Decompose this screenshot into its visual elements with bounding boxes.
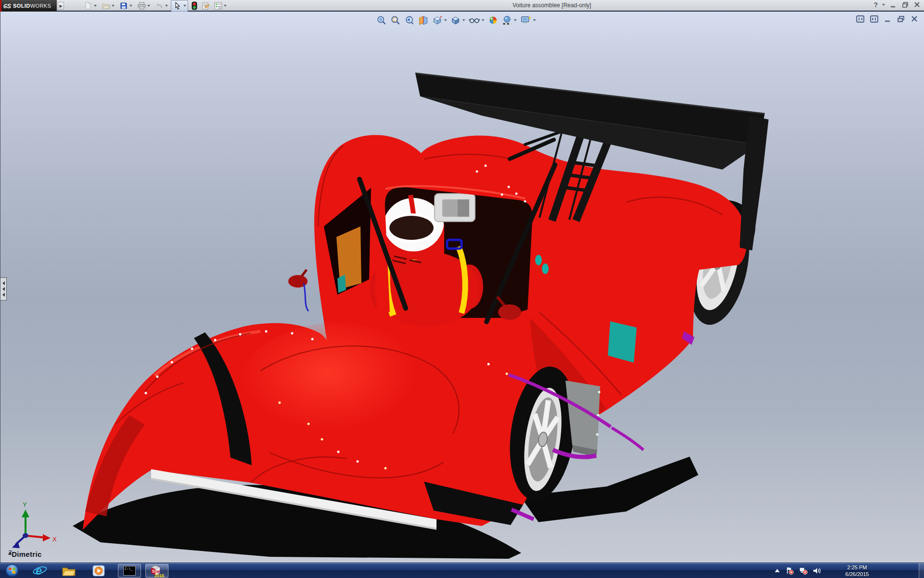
network-status-icon[interactable] xyxy=(799,566,808,575)
rebuild-button[interactable] xyxy=(190,1,199,11)
folder-icon xyxy=(62,565,76,577)
heads-up-view-toolbar xyxy=(375,14,536,26)
zoom-to-area-button[interactable] xyxy=(389,14,401,26)
print-dropdown-caret[interactable] xyxy=(147,5,150,7)
zoom-to-fit-icon xyxy=(376,15,386,26)
solidworks-logo: ϐS SOLIDWORKS xyxy=(0,0,57,12)
minimize-document-button[interactable] xyxy=(884,15,891,23)
save-button[interactable] xyxy=(117,0,134,11)
save-floppy-icon xyxy=(119,1,128,11)
solidworks-2015-icon: S W 2015 xyxy=(149,564,165,578)
blue-wire xyxy=(304,283,308,311)
window-title: Voiture assomblee [Read-only] xyxy=(513,2,591,9)
traffic-light-icon xyxy=(192,1,197,10)
taskbar-solidworks-2015[interactable]: S W 2015 xyxy=(145,564,168,578)
taskbar-media-player[interactable] xyxy=(90,564,107,578)
show-hidden-icons-button[interactable] xyxy=(774,568,781,574)
zoom-to-fit-button[interactable] xyxy=(375,14,387,26)
pane-arrow-icon xyxy=(2,293,5,297)
solidworks-logo-icon: ϐS xyxy=(3,2,11,10)
view-orientation-caret[interactable] xyxy=(444,19,447,21)
section-view-icon xyxy=(418,15,428,26)
helmet-stripe xyxy=(411,195,413,214)
zoom-to-area-icon xyxy=(390,15,400,26)
previous-view-button[interactable] xyxy=(403,14,415,26)
section-view-button[interactable] xyxy=(417,14,429,26)
taskbar-internet-explorer[interactable]: e xyxy=(32,564,48,578)
view-settings-caret[interactable] xyxy=(533,19,536,21)
previous-view-icon xyxy=(404,15,414,26)
undo-button[interactable] xyxy=(153,0,169,11)
start-button[interactable] xyxy=(5,564,19,578)
help-dropdown-caret[interactable] xyxy=(882,4,885,6)
hide-show-items-button[interactable] xyxy=(468,14,485,26)
select-dropdown-caret[interactable] xyxy=(183,5,186,7)
solidworks-screen: ϐS SOLIDWORKS ▶ xyxy=(0,0,924,578)
triad-y-label: Y xyxy=(23,501,27,508)
open-dropdown-caret[interactable] xyxy=(112,5,115,7)
minimize-button[interactable] xyxy=(889,1,897,9)
clock-date: 6/26/2015 xyxy=(828,571,886,578)
solidworks-logo-text: SOLIDWORKS xyxy=(13,3,51,9)
taskbar-windows-explorer[interactable] xyxy=(61,564,77,578)
menu-expander-button[interactable]: ▶ xyxy=(58,2,64,10)
orientation-triad: Y X Z xyxy=(8,501,57,556)
hide-show-items-caret[interactable] xyxy=(481,19,484,21)
race-car-model[interactable]: Y X Z xyxy=(0,12,924,563)
window-controls: ? xyxy=(873,1,921,9)
feature-manager-collapsed-tab[interactable] xyxy=(0,277,7,301)
options-icon xyxy=(213,1,223,11)
apply-scene-icon xyxy=(501,15,512,26)
pane-arrow-icon xyxy=(2,287,5,291)
apply-scene-button[interactable] xyxy=(501,14,517,26)
helmet-visor-glass xyxy=(389,216,434,240)
new-dropdown-caret[interactable] xyxy=(94,5,97,7)
save-dropdown-caret[interactable] xyxy=(129,5,132,7)
restore-button[interactable] xyxy=(901,1,909,9)
open-folder-icon xyxy=(101,1,111,11)
volume-icon[interactable] xyxy=(812,567,822,575)
system-tray xyxy=(774,563,822,578)
restore-document-button[interactable] xyxy=(897,15,905,23)
view-orientation-icon xyxy=(432,15,442,26)
document-window-controls xyxy=(856,15,918,23)
new-button[interactable] xyxy=(82,0,98,11)
show-desktop-button[interactable] xyxy=(919,563,924,578)
taskbar-clock[interactable]: 2:25 PM 6/26/2015 xyxy=(828,564,886,578)
expand-right-pane-button[interactable] xyxy=(870,15,878,23)
print-button[interactable] xyxy=(135,0,152,11)
clock-time: 2:25 PM xyxy=(828,564,886,571)
select-cursor-icon xyxy=(173,1,182,11)
open-button[interactable] xyxy=(100,0,116,11)
taskbar-command-prompt[interactable]: C:\_ xyxy=(118,564,141,578)
action-center-icon[interactable] xyxy=(785,566,794,575)
view-settings-button[interactable] xyxy=(519,14,536,26)
display-style-button[interactable] xyxy=(449,14,465,26)
view-orientation-label: *Dimetric xyxy=(9,550,42,558)
command-prompt-icon: C:\_ xyxy=(123,566,136,576)
sw-year: 2015 xyxy=(154,573,164,578)
display-style-caret[interactable] xyxy=(462,19,465,21)
apply-scene-caret[interactable] xyxy=(513,19,516,21)
options-dropdown-caret[interactable] xyxy=(224,5,227,7)
options-button[interactable] xyxy=(212,0,228,11)
select-button[interactable] xyxy=(171,0,188,12)
file-properties-button[interactable] xyxy=(201,1,210,11)
view-orientation-button[interactable] xyxy=(431,14,447,26)
app-titlebar: ϐS SOLIDWORKS ▶ xyxy=(0,0,924,12)
edit-appearance-button[interactable] xyxy=(487,14,499,26)
close-document-button[interactable] xyxy=(911,15,918,23)
brand-works: WORKS xyxy=(30,3,51,9)
ie-letter: e xyxy=(36,564,42,577)
triad-x-label: X xyxy=(52,536,57,543)
close-button[interactable] xyxy=(913,1,921,9)
help-button[interactable]: ? xyxy=(873,1,878,9)
view-settings-icon xyxy=(520,15,531,26)
graphics-viewport[interactable]: Y X Z xyxy=(0,12,924,563)
brand-solid: SOLID xyxy=(13,3,30,9)
rear-view-mirror[interactable] xyxy=(435,194,475,222)
teal-side-patch xyxy=(608,321,637,363)
undo-dropdown-caret[interactable] xyxy=(165,5,168,7)
windows-orb-icon xyxy=(5,564,19,578)
collapse-left-pane-button[interactable] xyxy=(856,15,864,23)
